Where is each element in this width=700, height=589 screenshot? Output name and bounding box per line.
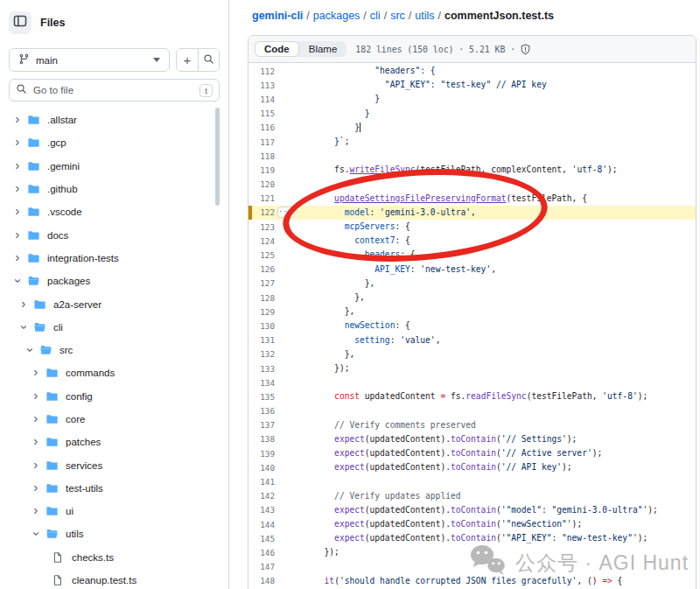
tree-item--gcp[interactable]: .gcp: [0, 131, 228, 154]
tab-blame[interactable]: Blame: [299, 41, 347, 57]
sidebar-scrollbar-thumb[interactable]: [215, 108, 220, 206]
code-text: },: [314, 305, 354, 319]
breadcrumb-segment-cli[interactable]: cli: [370, 10, 381, 22]
line-number[interactable]: 138: [248, 434, 275, 444]
chevron-down-icon: [153, 58, 160, 62]
code-line: 122··· model: 'gemini-3.0-ultra',: [248, 206, 696, 220]
code-text: },: [314, 291, 365, 305]
search-icon: [203, 53, 214, 68]
breadcrumb-segment-gemini-cli[interactable]: gemini-cli: [252, 10, 303, 22]
tree-item--allstar[interactable]: .allstar: [0, 109, 228, 131]
line-number[interactable]: 142: [248, 491, 275, 501]
tree-item-patches[interactable]: patches: [0, 431, 228, 453]
shield-icon[interactable]: [520, 44, 531, 55]
tree-item-utils[interactable]: utils: [0, 522, 228, 545]
tree-item-ui[interactable]: ui: [0, 500, 228, 522]
tree-item--vscode[interactable]: .vscode: [0, 200, 228, 223]
code-line: 125 headers: {: [248, 248, 696, 262]
line-number[interactable]: 121: [248, 193, 275, 203]
tree-item-cli[interactable]: cli: [0, 316, 228, 339]
line-number[interactable]: 120: [248, 179, 275, 189]
code-text: headers: {: [314, 248, 416, 262]
line-number[interactable]: 130: [248, 321, 275, 331]
tree-item-src[interactable]: src: [0, 339, 228, 361]
code-line: 132 },: [248, 347, 696, 361]
code-line: 116 }: [248, 121, 696, 135]
tree-item-cleanup-test-ts[interactable]: cleanup.test.ts: [0, 569, 228, 589]
line-number[interactable]: 119: [248, 165, 275, 175]
line-number[interactable]: 129: [248, 307, 275, 317]
line-number[interactable]: 137: [248, 420, 275, 430]
line-number[interactable]: 132: [248, 349, 275, 359]
line-number[interactable]: 146: [248, 548, 275, 557]
line-number[interactable]: 115: [248, 109, 275, 118]
tree-item-label: integration-tests: [47, 253, 119, 263]
line-number[interactable]: 114: [248, 95, 275, 104]
line-number[interactable]: 122: [248, 207, 275, 217]
folder-icon: [46, 367, 59, 379]
tree-item-packages[interactable]: packages: [0, 270, 228, 292]
line-options-button[interactable]: ···: [277, 207, 295, 218]
code-text: expect(updatedContent).toContain('"API_K…: [314, 531, 648, 545]
code-panel: Code Blame 182 lines (150 loc) · 5.21 KB…: [248, 35, 696, 589]
go-to-file-input[interactable]: Go to file t: [9, 79, 220, 102]
new-file-button[interactable]: +: [177, 49, 198, 71]
tree-item-services[interactable]: services: [0, 453, 228, 476]
tree-item-a2a-server[interactable]: a2a-server: [0, 292, 228, 315]
code-text: "headers": {: [314, 64, 436, 78]
breadcrumb-segment-utils[interactable]: utils: [415, 10, 434, 22]
tree-item-docs[interactable]: docs: [0, 223, 228, 246]
line-number[interactable]: 134: [248, 378, 275, 388]
text-cursor: [360, 123, 360, 132]
tree-item-core[interactable]: core: [0, 408, 228, 431]
line-number[interactable]: 136: [248, 406, 275, 416]
line-number[interactable]: 123: [248, 222, 275, 232]
line-number[interactable]: 112: [248, 67, 275, 76]
line-number[interactable]: 118: [248, 151, 275, 161]
line-number[interactable]: 148: [248, 576, 275, 585]
branch-selector[interactable]: main: [9, 48, 170, 72]
line-number[interactable]: 147: [248, 562, 275, 571]
line-number[interactable]: 126: [248, 264, 275, 274]
folder-open-icon: [33, 321, 46, 333]
file-icon: [52, 574, 65, 586]
tree-item-label: test-utils: [66, 483, 103, 494]
tree-item-checks-ts[interactable]: checks.ts: [0, 546, 228, 569]
line-number[interactable]: 117: [248, 137, 275, 147]
chevron-right-icon: [10, 185, 24, 193]
chevron-down-icon: [10, 277, 24, 285]
line-number[interactable]: 140: [248, 463, 275, 473]
tree-item--gemini[interactable]: .gemini: [0, 155, 228, 178]
sidebar-panel-icon: [13, 14, 27, 32]
code-text: mcpServers: {: [314, 220, 410, 234]
line-number[interactable]: 143: [248, 505, 275, 515]
line-number[interactable]: 131: [248, 335, 275, 345]
line-number[interactable]: 141: [248, 477, 275, 487]
tree-item--github[interactable]: .github: [0, 178, 228, 200]
tree-item-config[interactable]: config: [0, 385, 228, 408]
tree-item-test-utils[interactable]: test-utils: [0, 477, 228, 500]
line-number[interactable]: 127: [248, 278, 275, 288]
chevron-right-icon: [29, 415, 43, 424]
code-text: API_KEY: 'new-test-key',: [314, 263, 496, 277]
line-number[interactable]: 145: [248, 534, 275, 543]
code-line: 131 setting: 'value',: [248, 333, 696, 347]
line-number[interactable]: 113: [248, 81, 275, 90]
line-number[interactable]: 144: [248, 520, 275, 529]
line-number[interactable]: 125: [248, 250, 275, 260]
tree-item-label: src: [60, 345, 73, 355]
line-number[interactable]: 124: [248, 236, 275, 246]
code-line: 146 });: [248, 545, 696, 559]
line-number[interactable]: 128: [248, 293, 275, 303]
line-number[interactable]: 135: [248, 392, 275, 402]
tab-code[interactable]: Code: [255, 41, 299, 57]
line-number[interactable]: 116: [248, 123, 275, 132]
breadcrumb-segment-src[interactable]: src: [390, 10, 405, 22]
tree-item-commands[interactable]: commands: [0, 361, 228, 384]
line-number[interactable]: 139: [248, 449, 275, 459]
line-number[interactable]: 133: [248, 364, 275, 374]
breadcrumb-segment-packages[interactable]: packages: [313, 10, 360, 22]
search-tree-button[interactable]: [198, 49, 219, 71]
collapse-sidebar-button[interactable]: [9, 11, 32, 34]
tree-item-integration-tests[interactable]: integration-tests: [0, 247, 228, 270]
